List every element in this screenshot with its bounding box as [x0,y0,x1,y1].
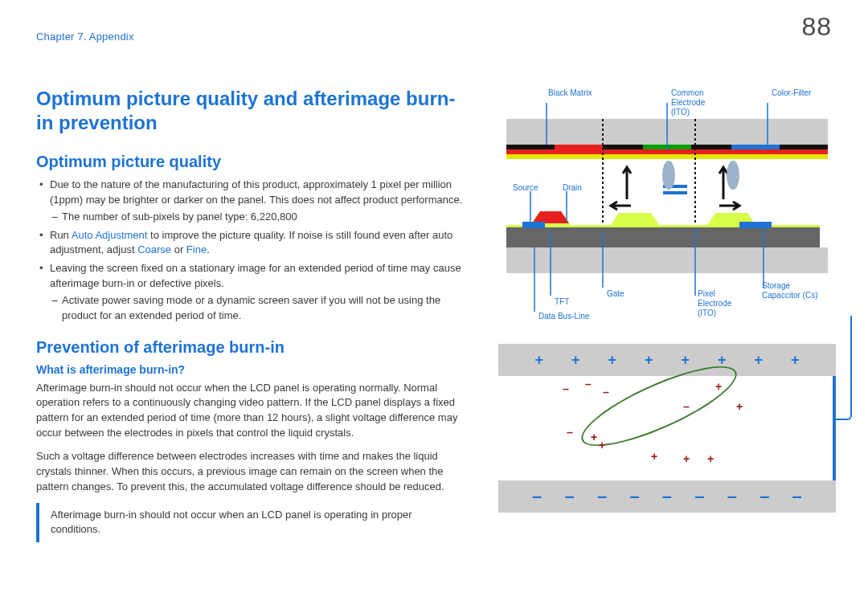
section2-heading: Prevention of afterimage burn-in [36,338,470,357]
minus-icon: – [567,426,573,439]
section2-subheading: What is afterimage burn-in? [36,363,470,376]
svg-rect-13 [663,191,687,194]
plus-icon: + [715,380,722,393]
bullet-text-part: . [207,243,210,255]
bullet-text-part: Run [50,229,72,241]
svg-rect-10 [522,222,545,228]
minus-icon: – [727,486,737,507]
plus-icon: + [591,431,597,443]
minus-icon: – [603,386,609,398]
label-color-filter: Color-Filter [772,88,811,98]
minus-icon: – [683,400,690,413]
plus-icon: + [681,352,690,369]
label-pixel-electrode: Pixel Electrode (ITO) [698,289,731,318]
minus-icon: – [760,486,769,507]
section1-heading: Optimum picture quality [36,153,470,171]
label-data-bus-line: Data Bus-Line [538,312,589,321]
charge-bottom-bar: – – – – – – – – – [498,480,836,513]
link-fine[interactable]: Fine [186,243,207,255]
link-auto-adjustment[interactable]: Auto Adjustment [72,229,148,241]
svg-rect-4 [555,145,603,149]
page-number: 88 [801,12,832,42]
minus-icon: – [563,382,569,395]
label-gate: Gate [607,289,624,299]
bullet-text: Due to the nature of the manufacturing o… [50,178,462,206]
plus-icon: + [754,352,763,369]
charge-top-bar: + + + + + + + + [498,344,836,376]
label-tft: TFT [555,297,569,307]
minus-icon: – [662,486,672,507]
minus-icon: – [597,486,607,507]
charge-mid: – – – + – + – + + + + + [498,376,836,480]
paragraph: Afterimage burn-in should not occur when… [36,381,470,441]
plus-icon: + [608,352,616,369]
minus-icon: – [694,486,704,507]
plus-icon: + [599,439,605,452]
figure-column: Black Matrix Common Electrode (ITO) Colo… [498,87,836,513]
dash-item: Activate power saving mode or a dynamic … [50,293,470,324]
label-storage-capacitor: Storage Capaccitor (Cs) [762,281,817,300]
minus-icon: – [585,378,592,390]
info-note: Afterimage burn-in should not occur when… [36,503,470,543]
chapter-label: Chapter 7. Appendix [36,31,134,43]
dash-item: The number of sub-pixels by panel type: … [50,210,470,225]
svg-rect-2 [506,149,828,154]
plus-icon: + [736,400,743,413]
plus-icon: + [645,352,653,369]
minus-icon: – [532,486,542,507]
minus-icon: – [565,486,575,507]
lcd-crosssection-diagram: Black Matrix Common Electrode (ITO) Colo… [498,87,836,328]
minus-icon: – [792,486,802,507]
label-drain: Drain [563,183,582,193]
svg-point-15 [727,161,739,190]
text-column: Optimum picture quality and afterimage b… [36,87,470,542]
plus-icon: + [683,452,690,465]
plus-icon: + [707,452,714,465]
section1-list: Due to the nature of the manufacturing o… [36,178,470,324]
page-title: Optimum picture quality and afterimage b… [36,87,470,135]
plus-icon: + [534,352,543,369]
bullet-text-part: or [171,243,186,255]
minus-icon: – [629,486,639,507]
link-coarse[interactable]: Coarse [137,243,171,255]
plus-icon: + [571,352,580,369]
bullet-item: Leaving the screen fixed on a stationary… [36,261,470,323]
plus-icon: + [651,450,657,463]
svg-rect-6 [731,145,780,149]
svg-point-14 [662,161,675,190]
bullet-item: Due to the nature of the manufacturing o… [36,178,470,225]
charge-diagram: + + + + + + + + – – – + – + – + + + + + … [498,344,836,513]
label-common-electrode: Common Electrode (ITO) [671,88,705,117]
label-black-matrix: Black Matrix [548,88,592,98]
bullet-text: Leaving the screen fixed on a stationary… [50,262,461,289]
svg-rect-9 [506,247,828,273]
label-source: Source [513,183,538,193]
paragraph: Such a voltage difference between electr… [36,449,470,495]
plus-icon: + [791,352,800,369]
bullet-item: Run Auto Adjustment to improve the pictu… [36,228,470,259]
svg-rect-3 [506,154,828,159]
svg-rect-11 [739,222,772,228]
